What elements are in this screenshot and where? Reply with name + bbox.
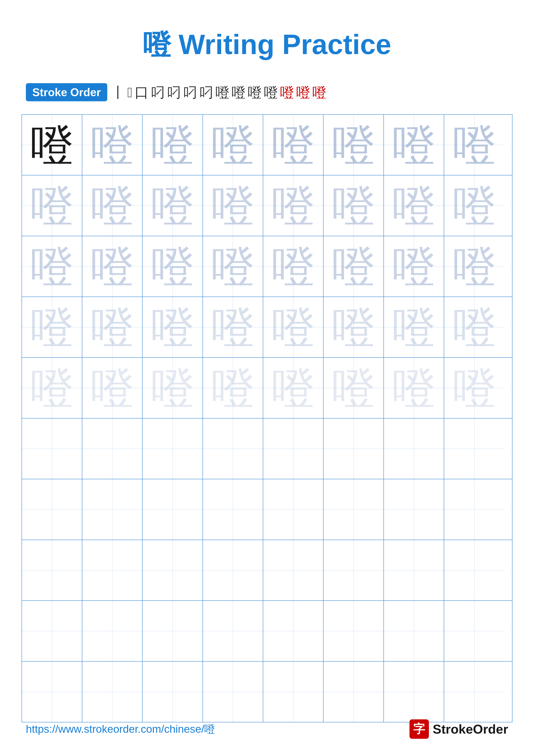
grid-cell[interactable]: 噔 (384, 236, 444, 297)
grid-cell[interactable]: 噔 (384, 358, 444, 418)
grid-cell[interactable] (82, 601, 142, 661)
grid-cell[interactable] (203, 540, 263, 600)
grid-cell[interactable]: 噔 (203, 236, 263, 297)
grid-cell[interactable] (82, 662, 142, 722)
practice-char: 噔 (392, 306, 435, 349)
grid-cell[interactable] (384, 540, 444, 600)
grid-cell[interactable] (384, 601, 444, 661)
grid-cell[interactable]: 噔 (22, 236, 82, 297)
brand-name: StrokeOrder (433, 722, 508, 737)
grid-cell[interactable]: 噔 (142, 297, 203, 357)
grid-cell[interactable] (82, 479, 142, 540)
grid-cell[interactable]: 噔 (203, 358, 263, 418)
grid-cell[interactable] (444, 601, 504, 661)
practice-char: 噔 (332, 366, 375, 410)
grid-cell[interactable]: 噔 (22, 176, 82, 236)
grid-cell[interactable] (444, 418, 504, 479)
footer-url[interactable]: https://www.strokeorder.com/chinese/噔 (26, 722, 215, 736)
grid-cell[interactable] (323, 662, 384, 722)
grid-cell[interactable]: 噔 (203, 176, 263, 236)
practice-char: 噔 (91, 184, 134, 227)
grid-cell[interactable]: 噔 (142, 115, 203, 175)
grid-cell[interactable] (22, 479, 82, 540)
grid-cell[interactable] (263, 418, 323, 479)
practice-char: 噔 (392, 123, 435, 166)
grid-row (22, 662, 512, 722)
grid-cell[interactable] (203, 479, 263, 540)
grid-cell[interactable]: 噔 (384, 176, 444, 236)
grid-cell[interactable]: 噔 (82, 358, 142, 418)
grid-cell[interactable] (323, 540, 384, 600)
grid-cell[interactable] (384, 662, 444, 722)
grid-cell[interactable] (142, 418, 203, 479)
grid-cell[interactable]: 噔 (203, 115, 263, 175)
grid-cell[interactable] (22, 540, 82, 600)
grid-cell[interactable]: 噔 (142, 236, 203, 297)
grid-cell[interactable] (323, 601, 384, 661)
stroke-char-12: 噔 (280, 85, 294, 99)
grid-cell[interactable]: 噔 (323, 115, 384, 175)
grid-cell[interactable]: 噔 (82, 236, 142, 297)
practice-char: 噔 (30, 366, 73, 410)
grid-cell[interactable]: 噔 (384, 115, 444, 175)
grid-cell[interactable] (142, 540, 203, 600)
grid-cell[interactable]: 噔 (142, 358, 203, 418)
grid-cell[interactable]: 噔 (22, 297, 82, 357)
grid-cell[interactable] (82, 540, 142, 600)
grid-cell[interactable]: 噔 (22, 358, 82, 418)
stroke-char-11: 噔 (264, 85, 278, 99)
practice-char: 噔 (211, 306, 254, 349)
grid-cell[interactable] (263, 662, 323, 722)
grid-row (22, 540, 512, 601)
grid-cell[interactable] (263, 479, 323, 540)
grid-cell[interactable]: 噔 (263, 236, 323, 297)
grid-cell[interactable] (22, 418, 82, 479)
grid-cell[interactable] (263, 601, 323, 661)
practice-char: 噔 (332, 245, 375, 288)
grid-cell[interactable] (142, 601, 203, 661)
grid-row: 噔 噔 噔 噔 噔 噔 噔 噔 (22, 176, 512, 236)
grid-cell[interactable] (203, 601, 263, 661)
grid-cell[interactable]: 噔 (323, 236, 384, 297)
grid-cell[interactable] (203, 418, 263, 479)
grid-cell[interactable]: 噔 (444, 115, 504, 175)
grid-cell[interactable] (384, 418, 444, 479)
grid-cell[interactable]: 噔 (82, 115, 142, 175)
grid-cell[interactable]: 噔 (384, 297, 444, 357)
practice-char: 噔 (272, 123, 315, 166)
grid-cell[interactable]: 噔 (323, 176, 384, 236)
grid-cell[interactable]: 噔 (444, 176, 504, 236)
grid-cell[interactable]: 噔 (323, 358, 384, 418)
grid-cell[interactable]: 噔 (22, 115, 82, 175)
grid-cell[interactable] (142, 479, 203, 540)
grid-cell[interactable]: 噔 (82, 297, 142, 357)
practice-char: 噔 (392, 184, 435, 227)
practice-char: 噔 (211, 366, 254, 410)
grid-cell[interactable]: 噔 (444, 236, 504, 297)
grid-cell[interactable]: 噔 (142, 176, 203, 236)
grid-cell[interactable] (323, 418, 384, 479)
grid-cell[interactable] (384, 479, 444, 540)
grid-cell[interactable] (82, 418, 142, 479)
grid-cell[interactable] (22, 601, 82, 661)
grid-cell[interactable]: 噔 (82, 176, 142, 236)
grid-cell[interactable]: 噔 (323, 297, 384, 357)
grid-cell[interactable]: 噔 (263, 115, 323, 175)
grid-cell[interactable]: 噔 (263, 297, 323, 357)
grid-cell[interactable]: 噔 (263, 176, 323, 236)
grid-cell[interactable]: 噔 (444, 297, 504, 357)
grid-cell[interactable] (203, 662, 263, 722)
grid-cell[interactable]: 噔 (203, 297, 263, 357)
practice-char: 噔 (332, 123, 375, 166)
grid-cell[interactable] (444, 662, 504, 722)
grid-cell[interactable]: 噔 (263, 358, 323, 418)
grid-cell[interactable] (444, 540, 504, 600)
grid-cell[interactable] (22, 662, 82, 722)
grid-cell[interactable]: 噔 (444, 358, 504, 418)
grid-cell[interactable] (263, 540, 323, 600)
grid-cell[interactable] (323, 479, 384, 540)
grid-row (22, 601, 512, 662)
grid-cell[interactable] (142, 662, 203, 722)
grid-row: 噔 噔 噔 噔 噔 噔 噔 噔 (22, 236, 512, 297)
grid-cell[interactable] (444, 479, 504, 540)
